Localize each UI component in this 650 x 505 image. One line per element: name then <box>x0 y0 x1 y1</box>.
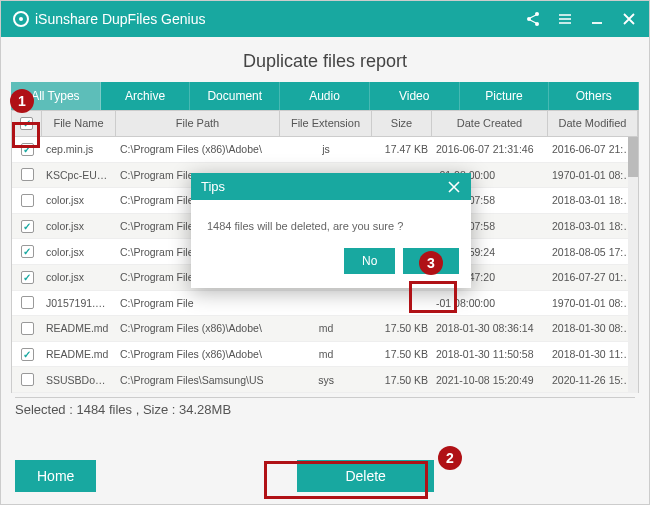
cell-modified: 1970-01-01 08:00:0 <box>548 169 638 181</box>
dialog-no-button[interactable]: No <box>344 248 395 274</box>
app-title: iSunshare DupFiles Genius <box>35 11 205 27</box>
page-title: Duplicate files report <box>1 37 649 82</box>
cell-modified: 1970-01-01 08:00:0 <box>548 297 638 309</box>
row-checkbox[interactable] <box>12 168 42 181</box>
annotation-3: 3 <box>419 251 443 275</box>
cell-extension: sys <box>280 374 372 386</box>
cell-filepath: C:\Program Files (x86)\Adobe\ <box>116 348 280 360</box>
bottom-buttons: Home Delete <box>1 460 649 492</box>
row-checkbox[interactable] <box>12 271 42 284</box>
cell-modified: 2018-03-01 18:07:5 <box>548 194 638 206</box>
cell-filename: cep.min.js <box>42 143 116 155</box>
cell-created: 2018-01-30 11:50:58 <box>432 348 548 360</box>
cell-filename: README.md <box>42 322 116 334</box>
share-icon[interactable] <box>525 11 541 27</box>
cell-filename: color.jsx <box>42 220 116 232</box>
cell-size: 17.50 KB <box>372 348 432 360</box>
cell-filename: color.jsx <box>42 246 116 258</box>
dialog-header: Tips <box>191 173 471 200</box>
dialog-title: Tips <box>201 179 225 194</box>
cell-modified: 2018-03-01 18:07:5 <box>548 220 638 232</box>
tab-document[interactable]: Document <box>190 82 280 110</box>
cell-modified: 2018-01-30 11:50:5 <box>548 348 638 360</box>
row-checkbox[interactable] <box>12 373 42 386</box>
selection-summary: Selected : 1484 files , Size : 34.28MB <box>15 397 635 417</box>
cell-extension: md <box>280 348 372 360</box>
cell-filename: SSUSBDownlo <box>42 374 116 386</box>
cell-modified: 2018-01-30 08:36:1 <box>548 322 638 334</box>
cell-filepath: C:\Program File <box>116 297 280 309</box>
cell-created: 2018-01-30 08:36:14 <box>432 322 548 334</box>
titlebar: iSunshare DupFiles Genius <box>1 1 649 37</box>
row-checkbox[interactable] <box>12 245 42 258</box>
header-size[interactable]: Size <box>372 111 432 136</box>
titlebar-controls <box>525 11 637 27</box>
home-button[interactable]: Home <box>15 460 96 492</box>
app-title-area: iSunshare DupFiles Genius <box>13 11 205 27</box>
cell-created: -01 08:00:00 <box>432 297 548 309</box>
cell-filename: color.jsx <box>42 271 116 283</box>
cell-filename: J0157191.wmf <box>42 297 116 309</box>
cell-filepath: C:\Program Files\Samsung\US <box>116 374 280 386</box>
app-logo-icon <box>13 11 29 27</box>
tab-picture[interactable]: Picture <box>460 82 550 110</box>
menu-icon[interactable] <box>557 11 573 27</box>
annotation-1: 1 <box>10 89 34 113</box>
dialog-message: 1484 files will be deleted, are you sure… <box>191 200 471 248</box>
row-checkbox[interactable] <box>12 348 42 361</box>
row-checkbox[interactable] <box>12 194 42 207</box>
cell-modified: 2020-11-26 15:11:0 <box>548 374 638 386</box>
annotation-2: 2 <box>438 446 462 470</box>
filter-tabs: All Types Archive Document Audio Video P… <box>11 82 639 110</box>
cell-modified: 2016-07-27 01:47:2 <box>548 271 638 283</box>
row-checkbox[interactable] <box>12 220 42 233</box>
cell-size: 17.47 KB <box>372 143 432 155</box>
header-modified[interactable]: Date Modified <box>548 111 638 136</box>
tab-video[interactable]: Video <box>370 82 460 110</box>
dialog-close-icon[interactable] <box>447 180 461 194</box>
table-header: File Name File Path File Extension Size … <box>11 110 639 137</box>
cell-filename: KSCpc-EUC-U <box>42 169 116 181</box>
header-checkbox[interactable] <box>12 111 42 136</box>
cell-filepath: C:\Program Files (x86)\Adobe\ <box>116 322 280 334</box>
tab-others[interactable]: Others <box>549 82 639 110</box>
scrollbar[interactable] <box>628 137 638 393</box>
minimize-icon[interactable] <box>589 11 605 27</box>
cell-filename: color.jsx <box>42 194 116 206</box>
cell-size: 17.50 KB <box>372 322 432 334</box>
table-row[interactable]: cep.min.jsC:\Program Files (x86)\Adobe\j… <box>12 137 638 163</box>
header-filepath[interactable]: File Path <box>116 111 280 136</box>
row-checkbox[interactable] <box>12 296 42 309</box>
cell-extension: js <box>280 143 372 155</box>
close-icon[interactable] <box>621 11 637 27</box>
delete-button[interactable]: Delete <box>297 460 433 492</box>
table-row[interactable]: SSUSBDownloC:\Program Files\Samsung\USsy… <box>12 367 638 393</box>
cell-modified: 2018-08-05 17:59:2 <box>548 246 638 258</box>
header-filename[interactable]: File Name <box>42 111 116 136</box>
header-extension[interactable]: File Extension <box>280 111 372 136</box>
cell-created: 2021-10-08 15:20:49 <box>432 374 548 386</box>
scrollbar-thumb[interactable] <box>628 137 638 177</box>
cell-size: 17.50 KB <box>372 374 432 386</box>
cell-created: 2016-06-07 21:31:46 <box>432 143 548 155</box>
cell-modified: 2016-06-07 21:31:4 <box>548 143 638 155</box>
table-row[interactable]: README.mdC:\Program Files (x86)\Adobe\md… <box>12 342 638 368</box>
table-row[interactable]: README.mdC:\Program Files (x86)\Adobe\md… <box>12 316 638 342</box>
header-created[interactable]: Date Created <box>432 111 548 136</box>
tab-archive[interactable]: Archive <box>101 82 191 110</box>
row-checkbox[interactable] <box>12 322 42 335</box>
tab-audio[interactable]: Audio <box>280 82 370 110</box>
table-row[interactable]: J0157191.wmfC:\Program File-01 08:00:001… <box>12 291 638 317</box>
cell-filename: README.md <box>42 348 116 360</box>
row-checkbox[interactable] <box>12 143 42 156</box>
cell-filepath: C:\Program Files (x86)\Adobe\ <box>116 143 280 155</box>
cell-extension: md <box>280 322 372 334</box>
